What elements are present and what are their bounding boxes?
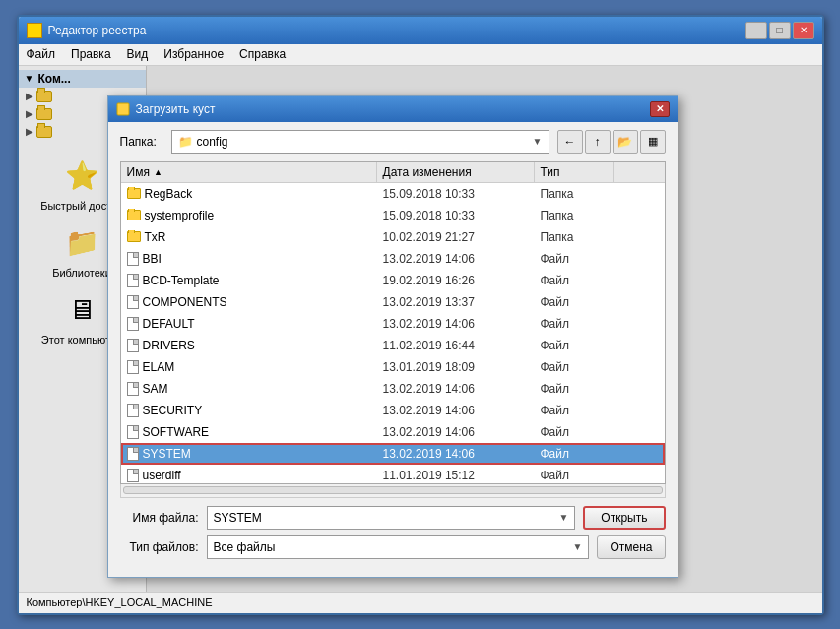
folder-icon: [127, 210, 141, 220]
filename-input[interactable]: SYSTEM ▼: [207, 506, 576, 530]
file-date: 13.02.2019 14:06: [377, 404, 535, 417]
folder-label: Папка:: [120, 135, 163, 149]
dialog-title-left: Загрузить куст: [116, 102, 216, 116]
file-name-cell: SYSTEM: [121, 447, 377, 461]
table-row[interactable]: SOFTWARE13.02.2019 14:06Файл: [121, 421, 665, 443]
filename-label: Имя файла:: [120, 511, 199, 525]
table-row[interactable]: SYSTEM13.02.2019 14:06Файл: [121, 443, 665, 465]
table-row[interactable]: systemprofile15.09.2018 10:33Папка: [121, 205, 665, 226]
folder-combo-arrow: ▼: [533, 136, 543, 147]
nav-new-folder-button[interactable]: 📂: [613, 130, 638, 154]
table-row[interactable]: SAM13.02.2019 14:06Файл: [121, 378, 665, 400]
table-row[interactable]: COMPONENTS13.02.2019 13:37Файл: [121, 291, 665, 313]
table-row[interactable]: RegBack15.09.2018 10:33Папка: [121, 183, 665, 205]
file-name-cell: COMPONENTS: [121, 295, 377, 309]
menu-edit[interactable]: Правка: [71, 47, 111, 61]
file-name: systemprofile: [145, 209, 215, 222]
file-type: Файл: [535, 339, 614, 352]
file-type: Файл: [535, 295, 614, 309]
dialog-close-button[interactable]: ✕: [650, 101, 670, 117]
file-date: 13.02.2019 14:06: [377, 425, 535, 439]
file-icon: [127, 360, 139, 374]
file-date: 13.02.2019 14:06: [377, 447, 535, 461]
app-title: Редактор реестра: [48, 24, 147, 37]
table-row[interactable]: ELAM13.01.2019 18:09Файл: [121, 356, 665, 378]
file-name-cell: SOFTWARE: [121, 425, 377, 439]
view-toggle-button[interactable]: ▦: [640, 130, 666, 154]
table-row[interactable]: DEFAULT13.02.2019 14:06Файл: [121, 313, 665, 335]
registry-titlebar: Редактор реестра — □ ✕: [19, 17, 822, 44]
table-row[interactable]: BCD-Template19.02.2019 16:26Файл: [121, 270, 665, 291]
table-row[interactable]: BBI13.02.2019 14:06Файл: [121, 248, 665, 270]
hscroll-track: [123, 486, 663, 494]
folder-icon-nav: 📁: [178, 135, 193, 149]
filename-arrow: ▼: [554, 512, 568, 523]
maximize-button[interactable]: □: [769, 22, 791, 39]
file-name: userdiff: [143, 469, 181, 482]
status-path: Компьютер\HKEY_LOCAL_MACHINE: [27, 597, 213, 608]
table-row[interactable]: DRIVERS11.02.2019 16:44Файл: [121, 335, 665, 356]
file-list-container[interactable]: Имя ▲ Дата изменения Тип RegBack15.09.: [120, 161, 666, 484]
file-date: 15.09.2018 10:33: [377, 209, 535, 222]
file-icon: [127, 274, 139, 287]
table-row[interactable]: SECURITY13.02.2019 14:06Файл: [121, 400, 665, 421]
file-date: 13.02.2019 14:06: [377, 382, 535, 396]
nav-back-button[interactable]: ←: [557, 130, 583, 154]
filename-row: Имя файла: SYSTEM ▼ Открыть: [120, 506, 666, 530]
minimize-button[interactable]: —: [745, 22, 767, 39]
registry-editor-window: Редактор реестра — □ ✕ Файл Правка Вид И…: [17, 15, 824, 615]
file-type: Файл: [535, 317, 614, 331]
menu-view[interactable]: Вид: [127, 47, 149, 61]
folder-bar: Папка: 📁 config ▼ ← ↑ 📂 ▦: [120, 130, 666, 154]
folder-icon: [127, 231, 141, 242]
file-icon: [127, 382, 139, 396]
table-row[interactable]: userdiff11.01.2019 15:12Файл: [121, 465, 665, 484]
file-name: ELAM: [143, 360, 175, 374]
menu-favorites[interactable]: Избранное: [163, 47, 224, 61]
filetype-combo[interactable]: Все файлы ▼: [207, 535, 590, 559]
column-type: Тип: [535, 162, 614, 182]
file-name-cell: BBI: [121, 252, 377, 266]
filetype-arrow: ▼: [569, 541, 583, 552]
table-row[interactable]: TxR10.02.2019 21:27Папка: [121, 226, 665, 248]
file-icon: [127, 469, 139, 482]
dialog-titlebar: Загрузить куст ✕: [108, 96, 678, 122]
file-date: 19.02.2019 16:26: [377, 274, 535, 287]
file-icon: [127, 252, 139, 266]
horizontal-scrollbar[interactable]: [120, 484, 666, 498]
file-icon: [127, 404, 139, 417]
file-name-cell: ELAM: [121, 360, 377, 374]
folder-value: config: [197, 135, 228, 149]
column-date: Дата изменения: [377, 162, 535, 182]
file-name-cell: DRIVERS: [121, 339, 377, 352]
app-icon: [27, 23, 42, 38]
filetype-label: Тип файлов:: [120, 540, 199, 554]
file-date: 13.02.2019 13:37: [377, 295, 535, 309]
sort-arrow: ▲: [154, 167, 162, 177]
file-type: Файл: [535, 404, 614, 417]
close-button[interactable]: ✕: [793, 22, 814, 39]
file-name-cell: SAM: [121, 382, 377, 396]
file-type: Файл: [535, 382, 614, 396]
column-name: Имя ▲: [121, 162, 377, 182]
file-type: Файл: [535, 274, 614, 287]
nav-up-button[interactable]: ↑: [585, 130, 611, 154]
file-name-cell: DEFAULT: [121, 317, 377, 331]
menu-file[interactable]: Файл: [27, 47, 56, 61]
file-name: SECURITY: [143, 404, 203, 417]
file-icon: [127, 295, 139, 309]
file-type: Файл: [535, 469, 614, 482]
file-rows: RegBack15.09.2018 10:33Папкаsystemprofil…: [121, 183, 665, 484]
file-date: 10.02.2019 21:27: [377, 230, 535, 244]
svg-rect-0: [117, 103, 129, 115]
file-name: DRIVERS: [143, 339, 195, 352]
folder-combo[interactable]: 📁 config ▼: [171, 130, 549, 154]
open-button[interactable]: Открыть: [583, 506, 665, 530]
cancel-button[interactable]: Отмена: [597, 535, 665, 559]
file-name-cell: RegBack: [121, 187, 377, 201]
nav-buttons: ← ↑ 📂 ▦: [557, 130, 666, 154]
file-name-cell: SECURITY: [121, 404, 377, 417]
file-name-cell: userdiff: [121, 469, 377, 482]
file-name-cell: TxR: [121, 230, 377, 244]
menu-help[interactable]: Справка: [239, 47, 286, 61]
